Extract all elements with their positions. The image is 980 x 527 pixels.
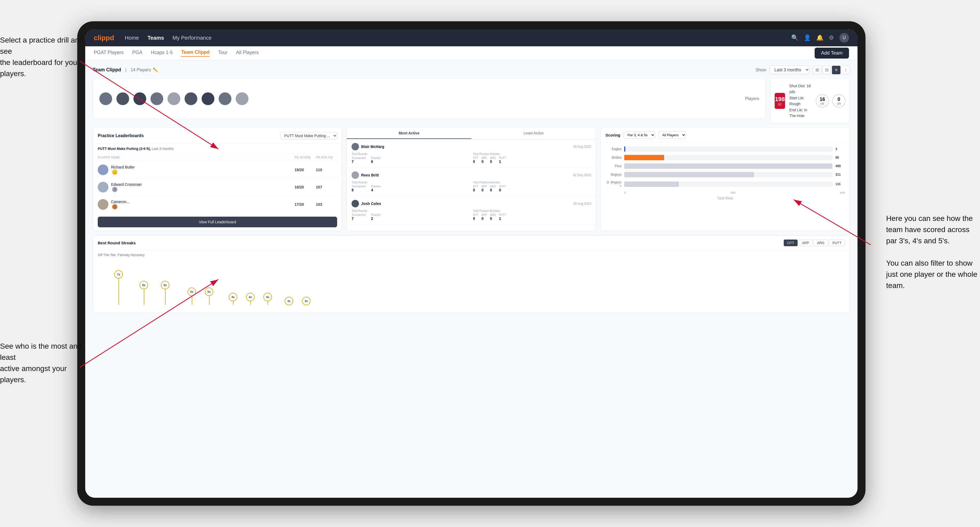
activity-date-2: 02 Sep 2023 [573,173,591,177]
bar-track-birdies [624,155,833,160]
player-img-1 [98,165,108,175]
leaderboard-column-headers: PLAYER NAME PB SCORE PB AVG SQ [93,154,342,161]
activity-row-2: Rees Britt 02 Sep 2023 Total Rounds Tour… [347,168,596,196]
nav-bar: clippd Home Teams My Performance 🔍 👤 🔔 ⚙… [85,29,858,46]
nav-link-teams[interactable]: Teams [148,35,164,41]
bar-fill-bogeys [624,172,754,177]
annotation-bottom-left: See who is the most and least active amo… [0,341,85,386]
bar-label-eagles: Eagles [606,147,622,151]
streak-dot-1: 6x [140,281,148,289]
player-avatar-8[interactable] [219,92,231,105]
table-row: Edward Crossman 2 18/20 107 [93,178,342,195]
player-avatar-3[interactable] [134,92,146,105]
scoring-chart: Eagles 3 Birdies 96 [601,143,850,204]
view-list-btn[interactable]: ≡ [832,66,840,74]
activity-date-1: 26 Aug 2023 [573,145,591,149]
streak-dot-5: 4x [229,293,237,301]
team-player-count: 14 Players [131,68,151,72]
player-info-3: Cameron... 3 [98,199,294,210]
nav-link-home[interactable]: Home [125,35,139,41]
sub-nav-all[interactable]: All Players [236,50,259,56]
view-full-leaderboard-button[interactable]: View Full Leaderboard [98,217,337,227]
activity-row-1: Blair McHarg 26 Aug 2023 Total Rounds To… [347,139,596,168]
streaks-filter-buttons: OTT APP ARG PUTT [784,240,845,246]
activity-name-2: Rees Britt [352,171,379,179]
chart-x-axis: 0 200 400 [606,191,845,194]
sub-nav-pgat[interactable]: PGAT Players [94,50,124,56]
total-rounds-section-3: Total Rounds Tournament7 Practice2 [352,210,470,221]
view-icons: ⊞ ⊟ ≡ ↕ [813,66,850,74]
player-avatar-7[interactable] [202,92,215,105]
player-avatar-1[interactable] [99,92,112,105]
nav-icons: 🔍 👤 🔔 ⚙ U [791,33,849,43]
col-pb-score: PB SCORE [294,156,316,159]
player-avg-1: 110 [316,168,337,172]
tab-most-active[interactable]: Most Active [347,128,471,139]
view-grid-btn[interactable]: ⊞ [813,66,821,74]
shot-details: Shot Dist: 16 yds Start Lie: Rough End L… [789,83,811,119]
activity-avatar-3 [352,200,359,207]
sub-nav: PGAT Players PGA Hcaps 1-5 Team Clippd T… [85,46,858,60]
player-avatar-4[interactable] [151,92,163,105]
search-icon[interactable]: 🔍 [791,34,799,41]
streaks-header: Best Round Streaks OTT APP ARG PUTT [93,236,850,250]
activity-row-3: Josh Coles 26 Aug 2023 Total Rounds Tour… [347,196,596,225]
bell-icon[interactable]: 🔔 [816,34,823,41]
player-pb-2: 18/20 [294,185,316,189]
edit-icon[interactable]: ✏️ [153,67,158,72]
streaks-filter-putt[interactable]: PUTT [829,240,845,246]
bar-track-dbogeys [624,181,833,187]
streaks-filter-arg[interactable]: ARG [813,240,828,246]
profile-icon[interactable]: 👤 [804,34,811,41]
sub-nav-pga[interactable]: PGA [132,50,142,56]
practice-lb-title: Practice Leaderboards [98,133,144,138]
streak-dot-0: 7x [114,270,123,279]
player-avatar-2[interactable] [116,92,129,105]
streaks-filter-ott[interactable]: OTT [784,240,797,246]
add-team-button[interactable]: Add Team [815,48,849,59]
show-period-select[interactable]: Last 3 months [769,65,810,74]
bar-fill-pars [624,163,832,169]
player-pb-3: 17/20 [294,202,316,206]
scoring-par-filter[interactable]: Par 3, 4 & 5s [624,132,655,139]
chart-x-label: Total Shots [606,197,845,200]
streak-dot-3: 5x [188,287,196,296]
bar-fill-dbogeys [624,181,679,187]
bar-label-bogeys: Bogeys [606,173,622,176]
view-grid2-btn[interactable]: ⊟ [822,66,831,74]
player-avatar-9[interactable] [236,92,248,105]
shot-end-lie: End Lie: In The Hole [789,107,811,119]
streaks-filter-app[interactable]: APP [799,240,813,246]
sub-nav-tour[interactable]: Tour [218,50,228,56]
bar-track-pars [624,163,833,169]
activity-name-3: Josh Coles [352,200,381,207]
nav-link-performance[interactable]: My Performance [173,35,212,41]
bar-val-birdies: 96 [835,156,845,159]
team-title: Team Clippd [93,67,121,73]
shot-circle-1-val: 16 [820,97,825,102]
nav-links: Home Teams My Performance [125,35,791,41]
total-practice-section-3: Total Practice Activities OTT0 APP0 ARG0… [473,210,591,221]
player-info-2: Edward Crossman 2 [98,182,294,192]
shot-score-box: 198 SC [775,93,785,109]
tab-least-active[interactable]: Least Active [471,128,596,139]
three-col-section: Practice Leaderboards PUTT Must Make Put… [93,127,850,231]
shot-circle-2-val: 0 [838,97,840,102]
sub-nav-team[interactable]: Team Clippd [181,49,210,57]
player-avatar-5[interactable] [167,92,180,105]
shot-score-suffix: SC [778,103,782,106]
scoring-player-filter[interactable]: All Players [658,132,686,139]
settings-icon[interactable]: ⚙ [829,34,834,41]
view-sort-btn[interactable]: ↕ [842,66,850,74]
user-avatar[interactable]: U [839,33,849,43]
bar-val-bogeys: 311 [835,173,845,176]
player-name-3: Cameron... [111,200,129,204]
badge-1: 🏆 [112,170,118,175]
player-avatar-6[interactable] [185,92,197,105]
shot-score-val: 198 [775,96,785,103]
shot-dist: Shot Dist: 16 yds [789,83,811,95]
sub-nav-hcaps[interactable]: Hcaps 1-5 [151,50,173,56]
practice-lb-drill-select[interactable]: PUTT Must Make Putting ... [280,132,337,140]
bar-track-eagles [624,146,833,152]
most-active-card: Most Active Least Active Blair McHarg 26… [347,127,596,231]
